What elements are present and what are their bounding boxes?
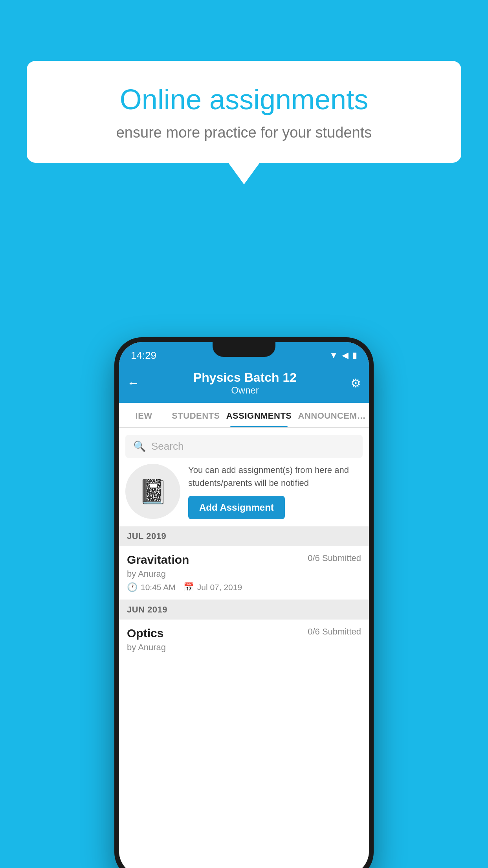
assignment-item-optics[interactable]: Optics 0/6 Submitted by Anurag — [119, 620, 369, 663]
header-title-block: Physics Batch 12 Owner — [193, 370, 297, 396]
promo-text: You can add assignment(s) from here and … — [188, 463, 363, 489]
back-button[interactable]: ← — [127, 376, 139, 390]
add-assignment-button[interactable]: Add Assignment — [188, 496, 285, 519]
assignment-submitted-optics: 0/6 Submitted — [308, 627, 361, 637]
search-bar[interactable]: 🔍 Search — [125, 435, 363, 458]
calendar-icon: 📅 — [183, 582, 194, 592]
assignment-author-optics: by Anurag — [127, 642, 361, 653]
battery-icon: ▮ — [352, 350, 357, 360]
tabs-bar: IEW STUDENTS ASSIGNMENTS ANNOUNCEM… — [119, 403, 369, 428]
promo-icon-circle: 📓 — [125, 464, 180, 519]
assignment-date: 📅 Jul 07, 2019 — [183, 582, 242, 592]
speech-bubble-title: Online assignments — [50, 83, 438, 116]
assignment-top-row-optics: Optics 0/6 Submitted — [127, 627, 361, 640]
speech-bubble: Online assignments ensure more practice … — [27, 61, 461, 163]
section-header-jun: JUN 2019 — [119, 600, 369, 620]
wifi-icon: ▼ — [329, 350, 338, 360]
batch-subtitle: Owner — [193, 385, 297, 396]
signal-icon: ◀ — [342, 350, 349, 360]
notebook-icon: 📓 — [138, 478, 168, 506]
assignment-item-gravitation[interactable]: Gravitation 0/6 Submitted by Anurag 🕐 10… — [119, 546, 369, 600]
phone-frame: 14:29 ▼ ◀ ▮ ← Physics Batch 12 Owner ⚙ I… — [114, 337, 374, 868]
speech-bubble-pointer — [228, 163, 260, 184]
tab-announcements[interactable]: ANNOUNCEM… — [295, 403, 369, 427]
status-time: 14:29 — [131, 349, 156, 362]
section-header-jul: JUL 2019 — [119, 526, 369, 546]
assignment-meta: 🕐 10:45 AM 📅 Jul 07, 2019 — [127, 582, 361, 592]
search-icon: 🔍 — [133, 440, 146, 452]
speech-bubble-container: Online assignments ensure more practice … — [27, 61, 461, 184]
assignment-title: Gravitation — [127, 553, 189, 566]
assignment-time: 🕐 10:45 AM — [127, 582, 176, 592]
phone-notch — [213, 342, 275, 357]
add-assignment-promo: 📓 You can add assignment(s) from here an… — [125, 463, 363, 519]
batch-title: Physics Batch 12 — [193, 370, 297, 385]
tab-assignments[interactable]: ASSIGNMENTS — [223, 403, 295, 427]
settings-icon[interactable]: ⚙ — [350, 376, 361, 390]
status-icons: ▼ ◀ ▮ — [329, 350, 357, 360]
assignment-top-row: Gravitation 0/6 Submitted — [127, 553, 361, 566]
assignment-submitted: 0/6 Submitted — [308, 553, 361, 563]
tab-iew[interactable]: IEW — [119, 403, 169, 427]
clock-icon: 🕐 — [127, 582, 138, 592]
phone-inner: 14:29 ▼ ◀ ▮ ← Physics Batch 12 Owner ⚙ I… — [119, 342, 369, 868]
assignment-title-optics: Optics — [127, 627, 163, 640]
search-placeholder: Search — [151, 440, 183, 452]
tab-students[interactable]: STUDENTS — [169, 403, 223, 427]
app-header: ← Physics Batch 12 Owner ⚙ — [119, 365, 369, 403]
speech-bubble-subtitle: ensure more practice for your students — [50, 124, 438, 141]
assignment-author: by Anurag — [127, 569, 361, 579]
promo-content: You can add assignment(s) from here and … — [188, 463, 363, 519]
